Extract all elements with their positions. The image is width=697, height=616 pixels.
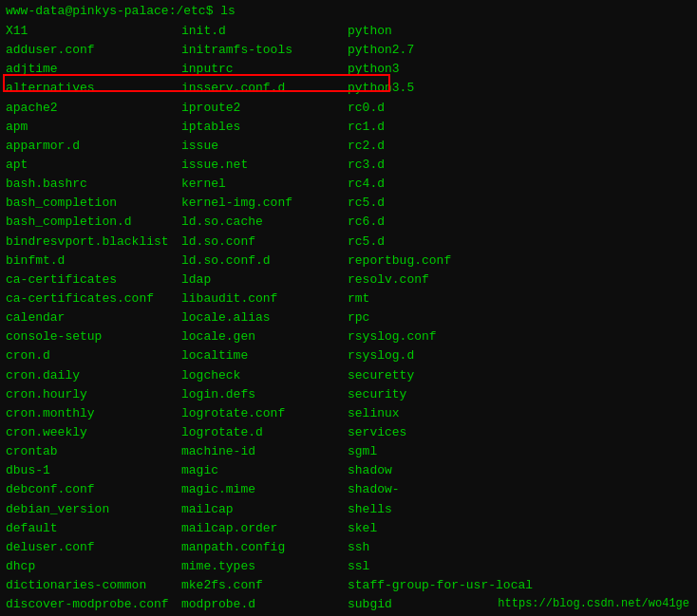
ls-cell: libaudit.conf [181,289,348,308]
ls-cell: binfmt.d [6,252,181,271]
ls-cell: services [348,423,697,442]
ls-cell: debconf.conf [6,480,181,499]
ls-cell: iproute2 [181,99,348,118]
ls-cell: apparmor.d [6,137,181,156]
ls-cell: cron.weekly [6,423,181,442]
ls-cell: rc1.d [348,118,697,137]
ls-cell: kernel-img.conf [181,194,348,213]
ls-cell: ld.so.conf [181,233,348,252]
ls-cell: init.d [181,22,348,41]
ls-cell: shadow- [348,480,697,499]
ls-cell: X11 [6,22,181,41]
ls-cell: cron.monthly [6,404,181,423]
ls-cell: issue [181,137,348,156]
ls-cell: apache2 [6,99,181,118]
ls-cell: locale.alias [181,308,348,327]
ls-cell: magic [181,461,348,480]
ls-cell: cron.daily [6,366,181,385]
ls-cell: mke2fs.conf [181,576,348,595]
ls-cell: cron.hourly [6,385,181,404]
ls-cell: deluser.conf [6,538,181,557]
ls-cell: locale.gen [181,327,348,346]
ls-cell: rc5.d [348,194,697,213]
ls-cell: reportbug.conf [348,252,697,271]
ls-cell: logrotate.conf [181,404,348,423]
ls-cell: skel [348,519,697,538]
ls-cell: security [348,385,697,404]
ls-cell: machine-id [181,442,348,461]
ls-cell: mailcap.order [181,519,348,538]
ls-cell: rsyslog.d [348,346,697,365]
ls-cell: inputrc [181,60,348,79]
ls-cell: cron.d [6,346,181,365]
ls-cell: python3 [348,60,697,79]
ls-cell: alternatives [6,79,181,98]
ls-cell: magic.mime [181,480,348,499]
ls-cell: discover-modprobe.conf [6,595,181,614]
ls-output: X11init.dpythonadduser.confinitramfs-too… [6,22,691,616]
ls-cell: kernel [181,175,348,194]
watermark: https://blog.csdn.net/wo41ge [498,597,689,610]
ls-cell: rc6.d [348,213,697,232]
ls-cell: adjtime [6,60,181,79]
ls-cell: mime.types [181,557,348,576]
ls-cell: apt [6,156,181,175]
ls-cell: bindresvport.blacklist [6,233,181,252]
ls-cell: python3.5 [348,79,697,98]
ls-cell: mailcap [181,500,348,519]
ls-cell: rc4.d [348,175,697,194]
ls-cell: console-setup [6,327,181,346]
ls-cell: logcheck [181,366,348,385]
ls-cell: default [6,519,181,538]
ls-cell: apm [6,118,181,137]
ls-cell: shells [348,500,697,519]
ls-cell: shadow [348,461,697,480]
ls-cell: manpath.config [181,538,348,557]
ls-cell: adduser.conf [6,41,181,60]
ls-cell: bash_completion.d [6,213,181,232]
ls-cell: modprobe.d [181,595,348,614]
ls-cell: ca-certificates.conf [6,289,181,308]
ls-cell: insserv.conf.d [181,79,348,98]
command-line: www-data@pinkys-palace:/etc$ ls [6,4,691,18]
ls-cell: rc3.d [348,156,697,175]
ls-cell: ldap [181,271,348,289]
ls-cell: bash.bashrc [6,175,181,194]
ls-cell: bash_completion [6,194,181,213]
ls-cell: selinux [348,404,697,423]
ls-cell: python2.7 [348,41,697,60]
ls-cell: calendar [6,308,181,327]
ls-cell: logrotate.d [181,423,348,442]
ls-cell: resolv.conf [348,271,697,289]
ls-cell: login.defs [181,385,348,404]
terminal-window: www-data@pinkys-palace:/etc$ ls X11init.… [0,0,697,616]
ls-cell: rc5.d [348,233,697,252]
ls-cell: rc0.d [348,99,697,118]
ls-cell: python [348,22,697,41]
ls-cell: ssh [348,538,697,557]
ls-cell: ld.so.cache [181,213,348,232]
ls-cell: staff-group-for-usr-local [348,576,697,595]
ls-cell: iptables [181,118,348,137]
ls-cell: dbus-1 [6,461,181,480]
ls-cell: sgml [348,442,697,461]
ls-cell: crontab [6,442,181,461]
ls-cell: securetty [348,366,697,385]
ls-cell: ld.so.conf.d [181,252,348,271]
ls-cell: rmt [348,289,697,308]
ls-cell: debian_version [6,500,181,519]
ls-cell: rsyslog.conf [348,327,697,346]
ls-cell: initramfs-tools [181,41,348,60]
ls-cell: ssl [348,557,697,576]
ls-cell: rpc [348,308,697,327]
ls-cell: rc2.d [348,137,697,156]
ls-cell: dhcp [6,557,181,576]
ls-cell: ca-certificates [6,271,181,289]
ls-cell: dictionaries-common [6,576,181,595]
ls-cell: issue.net [181,156,348,175]
ls-cell: localtime [181,346,348,365]
